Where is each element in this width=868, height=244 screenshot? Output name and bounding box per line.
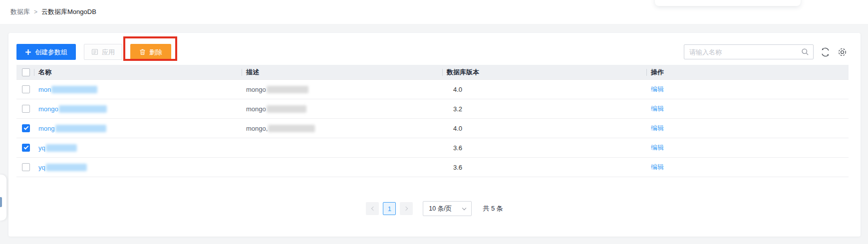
desc-redacted (267, 86, 308, 93)
row-checkbox[interactable] (22, 105, 30, 113)
row-checkbox[interactable] (22, 163, 30, 171)
desc-text: mongo, (246, 125, 268, 132)
gear-icon[interactable] (837, 47, 848, 57)
floating-panel-remnant (655, 0, 801, 6)
prev-page-button[interactable] (366, 202, 379, 215)
row-checkbox[interactable] (22, 124, 30, 132)
column-header-description: 描述 (242, 65, 442, 79)
name-text: mong (38, 125, 55, 132)
name-text: yq (38, 144, 45, 152)
version-cell: 3.6 (442, 158, 646, 177)
apply-button-label: 应用 (102, 49, 115, 55)
page-number-button[interactable]: 1 (383, 202, 396, 215)
edit-link[interactable]: 编辑 (651, 143, 664, 152)
version-cell: 4.0 (442, 80, 646, 99)
column-divider (646, 69, 647, 76)
description-cell: mongo (242, 80, 442, 99)
name-redacted (46, 164, 87, 171)
description-cell (242, 138, 442, 157)
breadcrumb-separator: > (34, 8, 37, 15)
column-header-name: 名称 (34, 65, 242, 79)
column-header-operation: 操作 (646, 65, 849, 79)
table-header: 名称 描述 数据库版本 操作 (16, 65, 849, 80)
apply-button[interactable]: 应用 (84, 44, 122, 60)
param-group-name-link[interactable]: mon (38, 86, 97, 93)
create-param-group-button[interactable]: 创建参数组 (16, 44, 76, 60)
param-group-name-link[interactable]: yq (38, 164, 87, 171)
description-cell: mongo, (242, 119, 442, 138)
delete-button[interactable]: 删除 (130, 44, 171, 60)
name-text: yq (38, 164, 45, 171)
page-size-select[interactable]: 10 条/页 (423, 201, 472, 216)
search-input[interactable] (684, 44, 814, 59)
desc-text: mongo (246, 86, 266, 93)
version-cell: 4.0 (442, 119, 646, 138)
name-text: mon (38, 86, 51, 93)
check-icon (24, 125, 29, 130)
page-size-value: 10 条/页 (429, 205, 452, 213)
desc-text: mongo (246, 105, 266, 113)
edit-link[interactable]: 编辑 (651, 163, 664, 172)
name-redacted (59, 105, 107, 113)
column-divider (242, 69, 242, 76)
select-all-checkbox[interactable] (22, 68, 30, 76)
breadcrumb-parent[interactable]: 数据库 (10, 7, 30, 16)
side-drawer-handle[interactable] (0, 175, 6, 221)
refresh-icon[interactable] (820, 47, 831, 57)
search-box (684, 44, 814, 59)
table-row: mongo mongo 3.2 编辑 (16, 99, 849, 119)
next-page-button[interactable] (400, 202, 413, 215)
delete-button-wrapper: 删除 (130, 44, 171, 60)
param-group-name-link[interactable]: yq (38, 144, 77, 152)
row-checkbox[interactable] (22, 85, 30, 93)
edit-link[interactable]: 编辑 (651, 104, 664, 113)
check-icon (24, 145, 29, 150)
description-cell: mongo (242, 99, 442, 118)
column-divider (34, 69, 34, 76)
name-redacted (46, 144, 77, 152)
search-icon[interactable] (801, 48, 809, 58)
column-divider (442, 69, 443, 76)
chevron-right-icon (404, 207, 408, 211)
desc-redacted (268, 125, 315, 132)
table-body: mon mongo 4.0 编辑 mongo mongo (16, 80, 849, 177)
toolbar-right (684, 44, 848, 59)
total-count: 共 5 条 (483, 204, 503, 213)
name-redacted (51, 86, 97, 93)
chevron-left-icon (371, 207, 375, 211)
edit-link[interactable]: 编辑 (651, 85, 664, 94)
name-redacted (55, 125, 106, 132)
edit-link[interactable]: 编辑 (651, 124, 664, 133)
param-group-name-link[interactable]: mongo (38, 105, 107, 113)
create-button-label: 创建参数组 (35, 49, 67, 55)
content-card: 创建参数组 应用 删除 (8, 33, 861, 237)
version-cell: 3.2 (442, 99, 646, 118)
pagination: 1 10 条/页 共 5 条 (8, 201, 861, 216)
delete-button-label: 删除 (149, 49, 162, 55)
table-row: yq 3.6 编辑 (16, 158, 849, 177)
param-group-name-link[interactable]: mong (38, 125, 106, 132)
breadcrumb-current: 云数据库MongoDB (41, 7, 96, 16)
chevron-down-icon (462, 206, 466, 210)
description-cell (242, 158, 442, 177)
name-text: mongo (38, 105, 58, 113)
table-row: yq 3.6 编辑 (16, 138, 849, 158)
row-checkbox[interactable] (22, 144, 30, 152)
list-icon (91, 48, 98, 55)
trash-icon (139, 48, 146, 55)
toolbar: 创建参数组 应用 删除 (8, 33, 861, 60)
param-group-table: 名称 描述 数据库版本 操作 mon mo (16, 65, 849, 177)
plus-icon (25, 49, 31, 55)
drawer-indicator (0, 197, 2, 207)
table-row: mon mongo 4.0 编辑 (16, 80, 849, 99)
column-header-db-version: 数据库版本 (442, 65, 646, 79)
table-row: mong mongo, 4.0 编辑 (16, 119, 849, 138)
desc-redacted (267, 105, 306, 113)
version-cell: 3.6 (442, 138, 646, 157)
